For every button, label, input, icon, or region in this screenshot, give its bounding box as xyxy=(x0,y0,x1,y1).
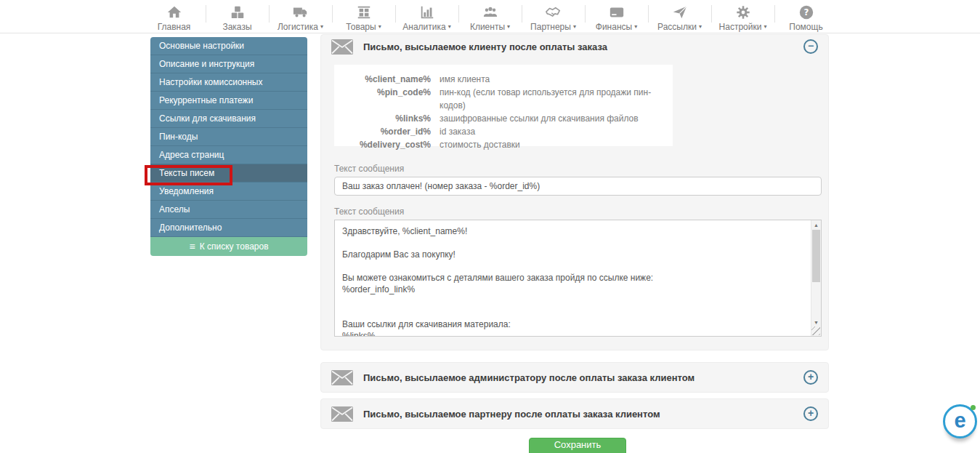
panel-partner-letter: Письмо, высылаемое партнеру после оплаты… xyxy=(320,398,829,429)
nav-item-label: Финансы xyxy=(596,22,632,32)
sidebar-item-main-settings[interactable]: Основные настройки xyxy=(150,37,307,55)
caret-down-icon: ▾ xyxy=(699,24,702,30)
scroll-up-icon[interactable]: ▲ xyxy=(811,220,821,229)
question-circle-icon: ? xyxy=(798,4,814,21)
textarea-scrollbar[interactable]: ▲ ▼ xyxy=(811,220,821,336)
placeholders-table: %client_name% имя клиента %pin_code% пин… xyxy=(334,65,673,146)
nav-item-label: Главная xyxy=(158,22,191,32)
gear-icon xyxy=(735,4,751,21)
caret-down-icon: ▾ xyxy=(764,24,766,30)
sidebar-item-download-links[interactable]: Ссылки для скачивания xyxy=(150,110,307,128)
message-textarea[interactable]: Здравствуйте, %client_name%! Благодарим … xyxy=(334,220,822,337)
top-navbar: Главная Заказы Логистика▾ Товары▾ xyxy=(0,0,980,33)
sidebar-item-notifications[interactable]: Уведомления xyxy=(150,183,307,201)
truck-icon xyxy=(292,4,309,21)
panel-admin-letter: Письмо, высылаемое администратору после … xyxy=(320,362,829,393)
placeholder-key: %order_id% xyxy=(334,125,431,138)
body-label: Текст сообщения xyxy=(334,207,404,217)
panel-partner-letter-header[interactable]: Письмо, высылаемое партнеру после оплаты… xyxy=(321,399,828,428)
sidebar-item-description[interactable]: Описание и инструкция xyxy=(150,55,307,73)
sidebar-item-page-urls[interactable]: Адреса страниц xyxy=(150,146,307,164)
sidebar-item-pin-codes[interactable]: Пин-коды xyxy=(150,128,307,146)
nav-item-settings[interactable]: Настройки▾ xyxy=(712,0,774,33)
nav-item-label: Партнеры xyxy=(530,22,571,32)
placeholder-key: %pin_code% xyxy=(334,86,431,112)
caret-down-icon: ▾ xyxy=(320,24,323,30)
panel-client-letter-header[interactable]: Письмо, высылаемое клиенту после оплаты … xyxy=(321,35,828,58)
placeholder-row: %order_id% id заказа xyxy=(334,125,673,138)
nav-item-label: Логистика xyxy=(278,22,318,32)
caret-down-icon: ▾ xyxy=(448,24,451,30)
credit-card-icon xyxy=(609,4,625,21)
placeholder-desc: зашифрованные ссылки для скачивания файл… xyxy=(440,112,639,125)
caret-down-icon: ▾ xyxy=(378,24,381,30)
people-icon xyxy=(482,4,499,21)
nav-item-label: Настройки xyxy=(719,22,762,32)
placeholder-desc: стоимость доставки xyxy=(440,138,520,151)
home-icon xyxy=(166,4,182,21)
nav-item-logistics[interactable]: Логистика▾ xyxy=(270,0,332,33)
placeholder-row: %delivery_cost% стоимость доставки xyxy=(334,138,673,151)
svg-text:?: ? xyxy=(803,7,809,17)
caret-down-icon: ▾ xyxy=(634,24,637,30)
collapse-icon[interactable]: − xyxy=(803,39,818,54)
placeholder-desc: имя клиента xyxy=(440,73,490,86)
scrollbar-thumb[interactable] xyxy=(812,230,820,282)
nav-item-finance[interactable]: Финансы▾ xyxy=(586,0,648,33)
nav-item-label: Товары xyxy=(346,22,376,32)
nav-item-label: Клиенты xyxy=(470,22,505,32)
sidebar-item-extra[interactable]: Дополнительно xyxy=(150,219,307,237)
panel-title: Письмо, высылаемое клиенту после оплаты … xyxy=(363,41,607,52)
caret-down-icon: ▾ xyxy=(573,24,576,30)
message-text: Здравствуйте, %client_name%! Благодарим … xyxy=(335,220,810,336)
expand-icon[interactable]: + xyxy=(803,406,818,421)
nav-item-label: Заказы xyxy=(222,22,251,32)
nav-item-orders[interactable]: Заказы xyxy=(206,0,269,33)
nav-item-mailings[interactable]: Рассылки▾ xyxy=(649,0,711,33)
envelope-icon xyxy=(331,406,353,422)
list-icon: ≡ xyxy=(189,241,195,252)
nav-item-analytics[interactable]: Аналитика▾ xyxy=(396,0,458,33)
nav-item-label: Аналитика xyxy=(402,22,445,32)
panel-client-letter: Письмо, высылаемое клиенту после оплаты … xyxy=(320,34,829,350)
back-to-products-label: К списку товаров xyxy=(200,241,269,252)
shelf-icon xyxy=(356,4,372,21)
scroll-down-icon[interactable]: ▼ xyxy=(811,318,821,326)
nav-item-clients[interactable]: Клиенты▾ xyxy=(459,0,522,33)
sidebar-item-upsells[interactable]: Апселы xyxy=(150,201,307,219)
envelope-icon xyxy=(331,39,353,55)
nav-item-label: Рассылки xyxy=(657,22,697,32)
logo-letter: e xyxy=(954,410,965,431)
nav-item-label: Помощь xyxy=(789,22,822,32)
product-settings-sidebar: Основные настройки Описание и инструкция… xyxy=(150,37,307,256)
subject-input[interactable] xyxy=(334,177,822,196)
panel-title: Письмо, высылаемое администратору после … xyxy=(363,372,694,383)
nav-item-home[interactable]: Главная xyxy=(143,0,206,33)
panel-admin-letter-header[interactable]: Письмо, высылаемое администратору после … xyxy=(321,363,828,392)
placeholder-row: %pin_code% пин-код (если товар используе… xyxy=(334,86,673,112)
placeholder-row: %client_name% имя клиента xyxy=(334,73,673,86)
bar-chart-icon xyxy=(419,4,435,21)
placeholder-key: %links% xyxy=(334,112,431,125)
sidebar-item-recurring[interactable]: Рекуррентные платежи xyxy=(150,92,307,110)
expand-icon[interactable]: + xyxy=(803,370,818,385)
caret-down-icon: ▾ xyxy=(507,24,510,30)
resize-handle-icon[interactable] xyxy=(811,326,820,335)
back-to-products-button[interactable]: ≡ К списку товаров xyxy=(150,237,307,256)
subject-label: Текст сообщения xyxy=(334,164,404,174)
sidebar-item-email-texts[interactable]: Тексты писем xyxy=(150,164,307,183)
envelope-icon xyxy=(331,370,353,385)
placeholder-key: %delivery_cost% xyxy=(334,138,431,151)
placeholder-key: %client_name% xyxy=(334,73,431,86)
handshake-icon xyxy=(544,4,563,21)
nav-item-products[interactable]: Товары▾ xyxy=(333,0,395,33)
panel-title: Письмо, высылаемое партнеру после оплаты… xyxy=(363,409,660,420)
orders-icon xyxy=(230,4,246,21)
nav-item-partners[interactable]: Партнеры▾ xyxy=(522,0,585,33)
save-button[interactable]: Сохранить изменения xyxy=(529,438,626,453)
sidebar-item-commissions[interactable]: Настройки комиссионных xyxy=(150,73,307,92)
placeholder-desc: id заказа xyxy=(440,125,475,138)
nav-item-help[interactable]: ? Помощь xyxy=(775,0,838,33)
paper-plane-icon xyxy=(672,4,688,21)
logo-green-dot xyxy=(971,405,976,410)
